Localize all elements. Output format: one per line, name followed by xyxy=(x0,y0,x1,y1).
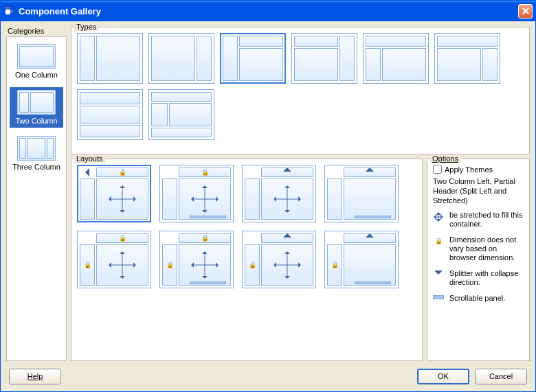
stretch-icon xyxy=(191,251,219,279)
stretch-icon xyxy=(191,185,219,213)
layout-item-6[interactable]: 🔒 xyxy=(242,231,316,288)
lock-icon: 🔒 xyxy=(201,169,209,176)
apply-themes-input[interactable] xyxy=(433,165,442,174)
component-gallery-dialog: Component Gallery Categories One Column … xyxy=(0,0,536,392)
stretch-icon xyxy=(109,185,136,213)
category-label: One Column xyxy=(15,71,58,79)
type-item-3[interactable] xyxy=(291,33,357,84)
lock-icon: 🔒 xyxy=(119,169,126,176)
two-column-icon xyxy=(17,90,56,115)
type-item-2[interactable] xyxy=(220,33,286,84)
lock-icon: 🔒 xyxy=(331,262,339,268)
scrollbar-icon xyxy=(355,281,391,284)
layout-item-3[interactable] xyxy=(324,165,399,222)
main-panels: Types Layouts xyxy=(71,27,530,361)
close-button[interactable] xyxy=(518,4,533,19)
layout-item-7[interactable]: 🔒 xyxy=(324,231,399,288)
categories-panel: Categories One Column Two Column Three C… xyxy=(6,27,67,361)
lock-icon: 🔒 xyxy=(84,262,91,268)
type-item-5[interactable] xyxy=(434,33,500,84)
type-item-6[interactable] xyxy=(77,89,143,140)
category-three-column[interactable]: Three Column xyxy=(10,133,63,174)
app-icon xyxy=(3,5,14,16)
bottom-row: Layouts 🔒 🔒 xyxy=(71,159,530,361)
selection-description: Two Column Left, Partial Header (Split L… xyxy=(433,176,524,205)
lock-icon: 🔒 xyxy=(201,235,209,242)
lock-icon: 🔒 xyxy=(249,262,256,268)
lock-icon: 🔒 xyxy=(433,235,444,246)
legend-splitter: Splitter with collapse direction. xyxy=(433,269,524,287)
stretch-icon xyxy=(109,251,136,279)
category-one-column[interactable]: One Column xyxy=(10,41,63,82)
categories-label: Categories xyxy=(6,27,67,35)
splitter-left-icon xyxy=(85,168,89,176)
window-title: Component Gallery xyxy=(19,6,518,16)
layout-item-0[interactable]: 🔒 xyxy=(77,165,151,222)
apply-themes-label: Apply Themes xyxy=(445,165,493,174)
main-pane xyxy=(96,178,148,220)
options-content: Apply Themes Two Column Left, Partial He… xyxy=(433,165,524,303)
layout-item-4[interactable]: 🔒 🔒 xyxy=(77,231,151,288)
cancel-button[interactable]: Cancel xyxy=(475,369,527,384)
left-pane xyxy=(80,178,95,220)
stretch-icon xyxy=(433,211,444,222)
layout-item-2[interactable] xyxy=(242,165,316,222)
type-item-4[interactable] xyxy=(363,33,429,84)
scroll-icon xyxy=(433,294,444,299)
layouts-grid: 🔒 🔒 xyxy=(77,165,416,288)
dialog-footer: Help OK Cancel xyxy=(1,367,535,391)
types-group: Types xyxy=(71,27,530,154)
layout-item-1[interactable]: 🔒 xyxy=(159,165,234,222)
lock-icon: 🔒 xyxy=(166,262,174,268)
layouts-group: Layouts 🔒 🔒 xyxy=(71,159,423,361)
one-column-icon xyxy=(17,44,56,69)
options-label: Options xyxy=(430,154,460,163)
category-label: Three Column xyxy=(12,163,60,171)
legend-lock: 🔒 Dimension does not vary based on brows… xyxy=(433,235,524,262)
legend-scroll: Scrollable panel. xyxy=(433,294,524,303)
types-label: Types xyxy=(74,23,98,31)
layouts-label: Layouts xyxy=(74,154,105,163)
splitter-up-icon xyxy=(283,233,291,238)
type-item-0[interactable] xyxy=(77,33,143,84)
type-item-7[interactable] xyxy=(148,89,214,140)
dialog-content: Categories One Column Two Column Three C… xyxy=(1,21,535,367)
lock-icon: 🔒 xyxy=(119,235,126,242)
splitter-up-icon xyxy=(283,168,291,172)
options-group: Options Apply Themes Two Column Left, Pa… xyxy=(427,159,530,361)
scrollbar-icon xyxy=(355,216,391,218)
help-button[interactable]: Help xyxy=(9,369,61,384)
layout-item-5[interactable]: 🔒 🔒 xyxy=(159,231,234,288)
types-grid xyxy=(77,33,524,140)
stretch-icon xyxy=(273,251,301,279)
category-two-column[interactable]: Two Column xyxy=(10,87,63,128)
category-label: Two Column xyxy=(15,117,57,125)
three-column-icon xyxy=(17,136,56,161)
splitter-up-icon xyxy=(366,168,374,172)
ok-button[interactable]: OK xyxy=(417,369,469,384)
categories-list: One Column Two Column Three Column xyxy=(6,36,67,361)
apply-themes-checkbox[interactable]: Apply Themes xyxy=(433,165,524,174)
titlebar: Component Gallery xyxy=(1,1,535,21)
type-item-1[interactable] xyxy=(148,33,214,84)
splitter-icon xyxy=(433,269,444,275)
scrollbar-icon xyxy=(190,281,226,284)
stretch-icon xyxy=(273,185,301,213)
legend-stretch: be stretched to fill this container. xyxy=(433,211,524,229)
scrollbar-icon xyxy=(190,216,226,218)
splitter-up-icon xyxy=(366,233,374,238)
